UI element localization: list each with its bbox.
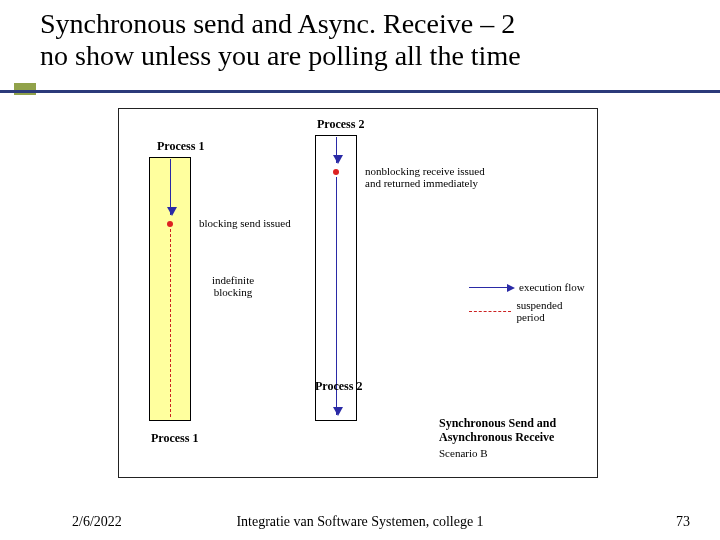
footer-center: Integratie van Software Systemen, colleg…: [0, 514, 720, 530]
label-process-1-top: Process 1: [157, 139, 204, 154]
p1-exec-arrow: [170, 159, 171, 215]
slide: Synchronous send and Async. Receive – 2 …: [0, 0, 720, 540]
arrowhead-icon: [333, 155, 343, 164]
footer-page-number: 73: [676, 514, 690, 530]
slide-title: Synchronous send and Async. Receive – 2 …: [40, 8, 680, 72]
p2-event-dot: [333, 169, 339, 175]
caption-bold-l1: Synchronous Send and: [439, 416, 556, 430]
diagram-figure: Process 1 Process 2 blocking send issued…: [118, 108, 598, 478]
legend-exec-line-icon: [469, 287, 513, 288]
label-process-2-bottom: Process 2: [315, 379, 362, 394]
annot-nbr-l2: and returned immediately: [365, 177, 478, 189]
annot-blocking-send: blocking send issued: [199, 217, 291, 229]
legend-susp-label: suspended period: [517, 299, 589, 323]
p1-event-dot: [167, 221, 173, 227]
title-line-2: no show unless you are polling all the t…: [40, 40, 521, 71]
annot-indefinite-blocking: indefinite blocking: [203, 274, 263, 298]
legend-exec-label: execution flow: [519, 281, 585, 293]
caption-scenario: Scenario B: [439, 447, 589, 459]
annot-indef-l2: blocking: [214, 286, 253, 298]
label-process-1-bottom: Process 1: [151, 431, 198, 446]
figure-caption: Synchronous Send and Asynchronous Receiv…: [439, 417, 589, 459]
arrowhead-icon: [507, 284, 515, 292]
label-process-2-top: Process 2: [317, 117, 364, 132]
annot-nbr-l1: nonblocking receive issued: [365, 165, 485, 177]
p2-exec-arrow-1: [336, 137, 337, 163]
annot-indef-l1: indefinite: [212, 274, 254, 286]
caption-line: Synchronous Send and Asynchronous Receiv…: [439, 417, 589, 445]
legend: execution flow suspended period: [469, 281, 589, 329]
legend-susp-line-icon: [469, 311, 511, 312]
legend-row-exec: execution flow: [469, 281, 589, 293]
caption-bold-l2: Asynchronous Receive: [439, 430, 554, 444]
legend-row-susp: suspended period: [469, 299, 589, 323]
title-line-1: Synchronous send and Async. Receive – 2: [40, 8, 515, 39]
accent-rule: [0, 90, 720, 93]
annot-nonblocking-recv: nonblocking receive issued and returned …: [365, 165, 515, 189]
accent-box-icon: [14, 83, 36, 95]
arrowhead-icon: [333, 407, 343, 416]
p1-suspended-line: [170, 229, 171, 417]
arrowhead-icon: [167, 207, 177, 216]
footer: 2/6/2022 Integratie van Software Systeme…: [0, 510, 720, 530]
